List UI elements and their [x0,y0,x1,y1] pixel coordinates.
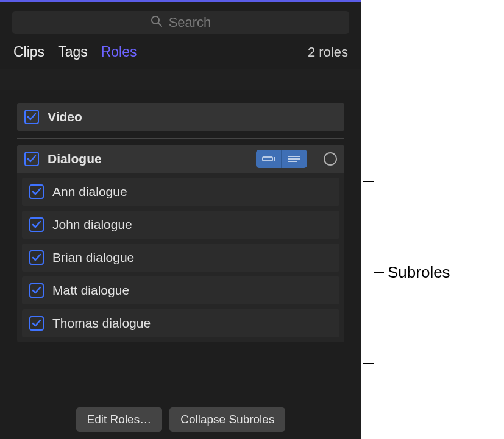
show-waveform-button[interactable] [282,150,307,168]
search-field-wrap: Search [12,11,349,34]
solo-toggle[interactable] [324,152,337,166]
role-dialogue[interactable]: Dialogue [17,145,344,173]
header-divider [0,69,361,90]
show-clip-strip-button[interactable] [256,150,282,168]
tool-separator [316,152,316,166]
checkbox-subrole[interactable] [29,184,44,199]
search-icon [151,15,163,30]
subrole-row[interactable]: Matt dialogue [22,276,339,304]
subrole-row[interactable]: Ann dialogue [22,178,339,206]
role-video[interactable]: Video [17,103,344,131]
svg-point-0 [152,16,159,24]
annotation-stem [374,272,384,273]
checkbox-subrole[interactable] [29,316,44,331]
subrole-row[interactable]: John dialogue [22,211,339,239]
collapse-subroles-button[interactable]: Collapse Subroles [169,407,285,432]
role-dialogue-tools [256,150,337,168]
subrole-row[interactable]: Brian dialogue [22,244,339,272]
checkbox-dialogue[interactable] [24,152,39,166]
checkbox-subrole[interactable] [29,217,44,232]
tab-clips[interactable]: Clips [13,44,44,60]
role-dialogue-section: Dialogue Ann dialogue John dia [17,145,344,342]
role-dialogue-label: Dialogue [48,152,102,166]
annotation-subroles-label: Subroles [388,263,450,282]
tabs-row: Clips Tags Roles 2 roles [0,34,361,69]
subrole-label: Brian dialogue [52,250,134,265]
checkbox-subrole[interactable] [29,250,44,265]
checkbox-video[interactable] [24,110,39,124]
search-placeholder: Search [169,15,211,30]
subrole-row[interactable]: Thomas dialogue [22,309,339,337]
roles-panel: Search Clips Tags Roles 2 roles Video Di… [0,0,361,439]
edit-roles-button[interactable]: Edit Roles… [76,407,163,432]
svg-line-1 [158,23,161,26]
role-video-label: Video [48,110,82,124]
tab-roles[interactable]: Roles [101,44,137,60]
annotation-bracket [363,181,374,364]
role-video-section: Video [0,103,361,131]
checkbox-subrole[interactable] [29,283,44,298]
subrole-label: Ann dialogue [52,184,127,199]
subrole-label: John dialogue [52,217,132,232]
subrole-label: Matt dialogue [52,283,129,298]
tab-tags[interactable]: Tags [58,44,88,60]
section-separator [17,138,344,139]
svg-rect-2 [263,157,272,161]
subrole-label: Thomas dialogue [52,316,151,331]
search-input[interactable]: Search [12,11,349,34]
bottom-bar: Edit Roles… Collapse Subroles [0,407,361,432]
role-count: 2 roles [308,44,348,60]
